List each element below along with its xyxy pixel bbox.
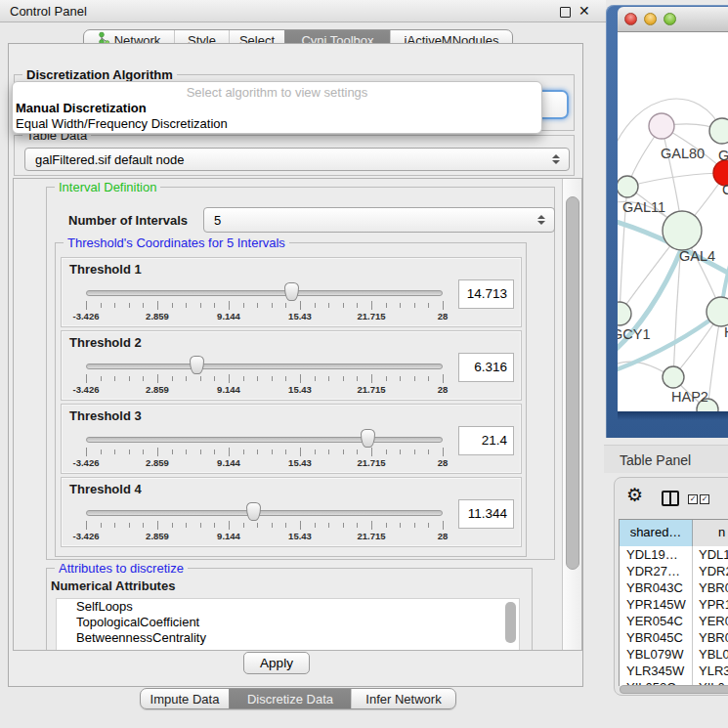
slider-tick bbox=[428, 303, 429, 308]
network-node[interactable] bbox=[709, 118, 728, 144]
slider-tick bbox=[186, 450, 187, 454]
slider-tick-label: 2.859 bbox=[128, 531, 187, 541]
tab-label: Infer Network bbox=[365, 692, 441, 707]
slider-tick bbox=[143, 303, 144, 308]
table-row[interactable]: YBR043CYBR0 bbox=[620, 579, 728, 596]
threshold-value-field[interactable]: 14.713 bbox=[458, 279, 514, 309]
slider-track[interactable] bbox=[86, 437, 443, 443]
slider-tick-label: 28 bbox=[413, 531, 472, 541]
checkbox-checked-icon[interactable]: ✓ bbox=[688, 494, 698, 504]
vertical-scrollbar-thumb[interactable] bbox=[566, 196, 579, 570]
slider-tick bbox=[328, 523, 329, 528]
slider-tick-label: 28 bbox=[413, 311, 472, 321]
node-table[interactable]: shared…n YDL19…YDL1YDR27…YDR2YBR043CYBR0… bbox=[619, 519, 728, 686]
apply-button[interactable]: Apply bbox=[243, 652, 310, 674]
table-body[interactable]: YDL19…YDL1YDR27…YDR2YBR043CYBR0YPR145WYP… bbox=[620, 546, 728, 686]
slider-thumb[interactable] bbox=[246, 502, 261, 521]
gear-icon[interactable]: ⚙ bbox=[626, 486, 643, 505]
checkbox-checked-icon[interactable]: ✓ bbox=[700, 494, 709, 504]
threshold-value-field[interactable]: 11.344 bbox=[458, 499, 514, 529]
slider-tick bbox=[414, 376, 415, 381]
numerical-attributes-list[interactable]: SelfLoopsTopologicalCoefficientBetweenne… bbox=[56, 598, 520, 651]
table-header-cell[interactable]: shared… bbox=[620, 520, 693, 546]
table-cell: YDR2 bbox=[693, 563, 728, 579]
table-panel-titlebar: Table Panel bbox=[604, 445, 728, 473]
slider-tick bbox=[343, 523, 344, 528]
slider-tick bbox=[172, 450, 173, 454]
slider-track[interactable] bbox=[86, 510, 443, 516]
popup-item[interactable]: Equal Width/Frequency Discretization bbox=[13, 116, 541, 132]
float-window-icon[interactable] bbox=[560, 7, 571, 18]
table-data-combobox[interactable]: galFiltered.sif default node bbox=[24, 148, 570, 171]
slider-tick bbox=[371, 521, 372, 530]
tab-infer-network[interactable]: Infer Network bbox=[351, 689, 455, 708]
close-icon[interactable]: ✕ bbox=[578, 3, 590, 19]
slider-thumb[interactable] bbox=[190, 356, 204, 374]
table-header-cell[interactable]: n bbox=[693, 520, 728, 546]
attribute-list-item[interactable]: TopologicalCoefficient bbox=[57, 615, 519, 630]
threshold-value-field[interactable]: 6.316 bbox=[458, 353, 514, 382]
slider-track[interactable] bbox=[86, 290, 443, 296]
minimize-traffic-light-icon[interactable] bbox=[644, 13, 657, 25]
slider-tick bbox=[328, 303, 329, 308]
network-canvas[interactable]: GAL80GACGAL11GAL4GCY1HHAP2 bbox=[618, 32, 728, 411]
popup-item[interactable]: Manual Discretization bbox=[13, 101, 541, 116]
tab-discretize-data[interactable]: Discretize Data bbox=[229, 689, 351, 708]
table-row[interactable]: YER054CYER0 bbox=[620, 613, 728, 629]
slider-tick bbox=[243, 523, 244, 528]
slider-tick bbox=[257, 376, 258, 381]
table-row[interactable]: YBR045CYBR0 bbox=[620, 629, 728, 646]
number-of-intervals-label: Number of Intervals bbox=[68, 213, 188, 228]
network-node[interactable] bbox=[618, 176, 638, 197]
slider-tick bbox=[172, 376, 173, 381]
threshold-label: Threshold 4 bbox=[69, 482, 142, 496]
network-node[interactable] bbox=[663, 211, 702, 250]
table-row[interactable]: YPR145WYPR1 bbox=[620, 596, 728, 613]
close-traffic-light-icon[interactable] bbox=[624, 13, 637, 25]
number-of-intervals-combobox[interactable]: 5 bbox=[203, 207, 555, 233]
slider-tick bbox=[315, 376, 316, 381]
tab-impute-data[interactable]: Impute Data bbox=[141, 689, 229, 708]
zoom-traffic-light-icon[interactable] bbox=[664, 13, 676, 25]
table-cell: YPR145W bbox=[620, 596, 693, 613]
network-window-titlebar[interactable] bbox=[618, 7, 728, 32]
algorithm-dropdown-popup[interactable]: Select algorithm to view settingsManual … bbox=[12, 81, 542, 134]
slider-tick bbox=[386, 450, 387, 454]
slider-tick bbox=[371, 374, 372, 383]
slider-tick bbox=[114, 450, 115, 454]
table-row[interactable]: YBL079WYBL0 bbox=[620, 646, 728, 663]
attribute-list-item[interactable]: SelfLoops bbox=[57, 599, 519, 615]
slider-tick bbox=[214, 450, 215, 454]
slider-thumb[interactable] bbox=[361, 429, 375, 448]
network-node-label: GCY1 bbox=[618, 326, 651, 342]
table-row[interactable]: YDR27…YDR2 bbox=[620, 563, 728, 579]
list-scrollbar-thumb[interactable] bbox=[505, 602, 516, 643]
table-cell: YBR043C bbox=[620, 579, 693, 596]
table-cell: YBR0 bbox=[693, 629, 728, 646]
table-row[interactable]: YDL19…YDL1 bbox=[620, 546, 728, 563]
table-row[interactable]: YLR345WYLR3 bbox=[620, 663, 728, 679]
interval-definition-title: Interval Definition bbox=[55, 180, 160, 194]
slider-tick-label: 2.859 bbox=[128, 457, 187, 468]
slider-tick-label: 15.43 bbox=[271, 384, 329, 395]
network-graph[interactable]: GAL80GACGAL11GAL4GCY1HHAP2 bbox=[618, 32, 728, 411]
network-node[interactable] bbox=[663, 366, 684, 388]
table-header-row[interactable]: shared…n bbox=[620, 520, 728, 546]
threshold-value-field[interactable]: 21.4 bbox=[458, 426, 514, 455]
slider-tick-label: 2.859 bbox=[128, 311, 187, 321]
network-node[interactable] bbox=[649, 113, 674, 139]
slider-thumb[interactable] bbox=[284, 282, 299, 301]
slider-tick bbox=[428, 376, 429, 381]
split-columns-icon[interactable] bbox=[662, 491, 679, 506]
slider-tick bbox=[272, 523, 273, 528]
vertical-scrollbar[interactable] bbox=[562, 179, 582, 650]
slider-tick bbox=[357, 303, 358, 308]
horizontal-scrollbar-thumb[interactable] bbox=[620, 685, 728, 694]
threshold-label: Threshold 2 bbox=[69, 335, 142, 350]
network-node[interactable] bbox=[618, 302, 631, 325]
popup-hint-text: Select algorithm to view settings bbox=[13, 84, 541, 101]
slider-track[interactable] bbox=[86, 364, 443, 369]
table-cell: YLR345W bbox=[620, 663, 693, 679]
attribute-list-item[interactable]: BetweennessCentrality bbox=[57, 630, 519, 646]
slider-tick bbox=[285, 303, 286, 308]
